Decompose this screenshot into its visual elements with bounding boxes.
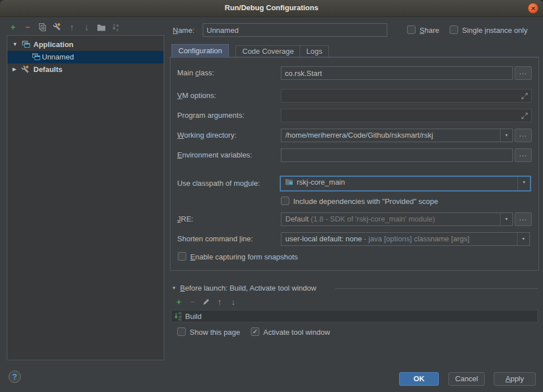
- shorten-command-line-label: Shorten command line:: [177, 235, 253, 243]
- environment-variables-browse-button[interactable]: ...: [515, 148, 532, 162]
- single-instance-label[interactable]: Single instance only: [462, 26, 528, 35]
- jre-label: JRE:: [177, 215, 193, 223]
- pencil-icon: [202, 298, 210, 306]
- share-label[interactable]: Share: [420, 26, 439, 35]
- jre-value: Default: [285, 215, 309, 223]
- jre-value-detail: (1.8 - SDK of 'rskj-core_main' module): [311, 215, 435, 223]
- tab-code-coverage[interactable]: Code Coverage: [236, 45, 301, 57]
- working-directory-value: /home/meriherrera/Code/Github/rsksmart/r…: [285, 131, 433, 139]
- apply-button[interactable]: Apply: [494, 372, 536, 386]
- tree-item-label: Defaults: [33, 65, 62, 74]
- copy-configuration-button[interactable]: [37, 23, 48, 33]
- program-arguments-label: Program arguments:: [177, 111, 245, 120]
- name-label: Name:: [173, 26, 194, 35]
- ok-button[interactable]: OK: [399, 372, 439, 386]
- vm-options-input[interactable]: [281, 89, 532, 103]
- show-this-page-label[interactable]: Show this page: [190, 328, 240, 336]
- working-directory-combo[interactable]: /home/meriherrera/Code/Github/rsksmart/r…: [281, 129, 513, 142]
- shorten-value: user-local default: none: [285, 235, 362, 243]
- check-icon: ✓: [253, 328, 258, 335]
- before-launch-edit-button[interactable]: [201, 298, 211, 308]
- shorten-command-line-combo[interactable]: user-local default: none - java [options…: [281, 232, 530, 246]
- sort-alphabetically-button[interactable]: a z: [111, 23, 121, 33]
- build-icon: 01 10 01: [174, 312, 183, 323]
- section-collapse-icon[interactable]: ▾: [173, 285, 176, 291]
- chevron-down-icon[interactable]: ▼: [518, 177, 530, 190]
- copy-icon: [38, 23, 47, 32]
- before-launch-task-build[interactable]: 01 10 01 Build: [171, 310, 538, 322]
- close-button[interactable]: ×: [528, 3, 538, 14]
- arrow-down-icon: ↓: [231, 297, 236, 306]
- wrench-icon: [53, 23, 62, 32]
- folder-icon: [97, 24, 106, 31]
- jre-combo[interactable]: Default (1.8 - SDK of 'rskj-core_main' m…: [281, 212, 513, 226]
- include-provided-checkbox[interactable]: [281, 197, 289, 205]
- environment-variables-label: Environment variables:: [177, 151, 252, 159]
- classpath-module-combo[interactable]: rskj-core_main ▼: [280, 176, 531, 191]
- show-this-page-checkbox[interactable]: [177, 327, 186, 336]
- add-button[interactable]: +: [8, 22, 18, 32]
- module-icon: [285, 177, 293, 189]
- svg-text:a: a: [117, 23, 119, 27]
- before-launch-remove-button[interactable]: −: [187, 297, 198, 307]
- close-icon: ×: [531, 4, 536, 12]
- main-class-input[interactable]: [281, 66, 513, 80]
- tree-collapsed-icon[interactable]: ▶: [12, 66, 16, 72]
- tab-logs[interactable]: Logs: [300, 45, 329, 57]
- classpath-module-label: Use classpath of module:: [177, 179, 260, 188]
- main-class-browse-button[interactable]: ...: [515, 66, 532, 80]
- chevron-down-icon[interactable]: ▼: [517, 233, 529, 245]
- edit-defaults-button[interactable]: [52, 23, 62, 33]
- classpath-module-value: rskj-core_main: [297, 178, 345, 186]
- tree-item-label: Unnamed: [42, 53, 74, 61]
- program-arguments-input[interactable]: [281, 109, 532, 122]
- new-folder-button[interactable]: [96, 23, 106, 33]
- run-debug-configurations-dialog: Run/Debug Configurations × + − ↑ ↓ a z: [0, 0, 543, 392]
- chevron-down-icon[interactable]: ▼: [500, 213, 512, 225]
- application-icon: [32, 53, 41, 62]
- configurations-tree: ▼ Application Unnamed: [7, 35, 164, 360]
- single-instance-checkbox[interactable]: [450, 25, 458, 34]
- defaults-wrench-icon: [21, 65, 30, 76]
- move-up-button[interactable]: ↑: [67, 22, 77, 32]
- jre-browse-button[interactable]: ...: [515, 212, 532, 226]
- remove-button[interactable]: −: [23, 22, 33, 32]
- expand-field-icon[interactable]: [521, 112, 528, 121]
- sort-az-icon: a z: [112, 23, 121, 32]
- capture-snapshots-label[interactable]: Enable capturing form snapshots: [190, 253, 298, 261]
- before-launch-add-button[interactable]: +: [174, 297, 184, 307]
- before-launch-header[interactable]: Before launch: Build, Activate tool wind…: [180, 284, 317, 292]
- tab-configuration[interactable]: Configuration: [172, 44, 229, 57]
- environment-variables-input[interactable]: [281, 148, 513, 162]
- arrow-up-icon: ↑: [217, 297, 222, 306]
- move-down-button[interactable]: ↓: [82, 22, 92, 32]
- before-launch-move-down-button[interactable]: ↓: [228, 297, 238, 307]
- tree-item-unnamed[interactable]: Unnamed: [7, 51, 164, 63]
- titlebar[interactable]: Run/Debug Configurations ×: [0, 0, 543, 17]
- activate-tool-window-checkbox[interactable]: ✓: [251, 327, 259, 336]
- configuration-panel: Main class: ... VM options: Program argu…: [170, 57, 539, 271]
- cancel-button[interactable]: Cancel: [448, 372, 485, 386]
- working-directory-browse-button[interactable]: ...: [515, 129, 532, 142]
- add-icon: +: [177, 297, 182, 306]
- share-checkbox[interactable]: [407, 25, 416, 34]
- application-icon: [22, 40, 31, 50]
- tree-item-defaults[interactable]: ▶ Defaults: [7, 63, 164, 76]
- before-launch-move-up-button[interactable]: ↑: [215, 297, 225, 307]
- capture-snapshots-checkbox[interactable]: [178, 252, 186, 261]
- expand-field-icon[interactable]: [521, 92, 528, 101]
- section-separator: [335, 288, 538, 289]
- remove-icon: −: [25, 22, 31, 32]
- help-button[interactable]: ?: [8, 370, 21, 383]
- include-provided-label[interactable]: Include dependencies with "Provided" sco…: [293, 197, 438, 206]
- tree-expanded-icon[interactable]: ▼: [12, 41, 18, 47]
- remove-icon: −: [190, 297, 195, 306]
- working-directory-label: Working directory:: [177, 131, 237, 139]
- name-input[interactable]: [203, 23, 387, 37]
- activate-tool-window-label[interactable]: Activate tool window: [263, 328, 330, 336]
- chevron-down-icon[interactable]: ▼: [500, 129, 512, 142]
- help-icon: ?: [12, 372, 18, 381]
- arrow-up-icon: ↑: [70, 22, 74, 32]
- add-icon: +: [11, 22, 16, 32]
- tree-item-application[interactable]: ▼ Application: [7, 39, 164, 51]
